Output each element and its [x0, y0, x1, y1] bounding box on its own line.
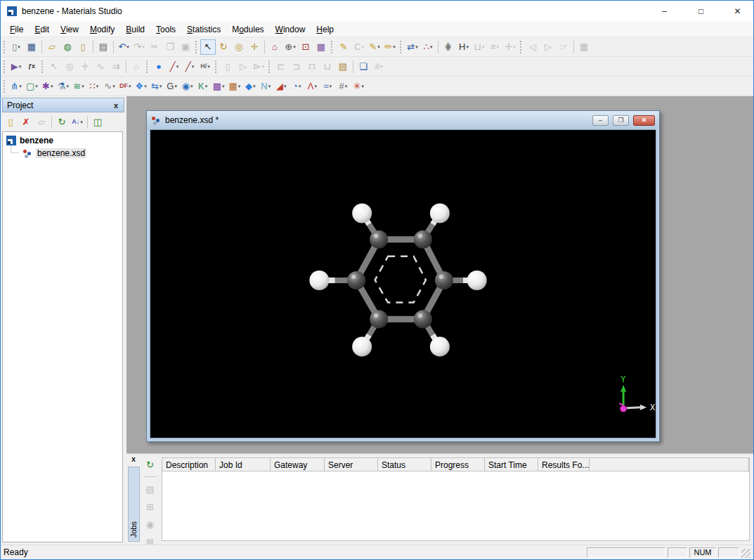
rebond-button[interactable]: ⋕ [441, 39, 456, 55]
menu-build[interactable]: Build [120, 22, 150, 37]
project-panel-close-button[interactable]: x [112, 101, 119, 110]
open-button[interactable]: ▱ [44, 39, 60, 55]
module-burst-dropdown-icon[interactable]: ▾ [361, 84, 364, 89]
toolbar-grip[interactable] [4, 60, 6, 73]
document-restore-button[interactable]: ❐ [613, 115, 629, 126]
module-cluster-dropdown-icon[interactable]: ▾ [51, 84, 53, 89]
module-grid-pencil-dropdown-icon[interactable]: ▾ [345, 84, 348, 89]
delete-item-button[interactable]: ✗ [18, 115, 34, 130]
module-g-button[interactable]: G▾ [164, 79, 180, 94]
module-dftb-dropdown-icon[interactable]: ▾ [129, 84, 131, 89]
module-gem-dropdown-icon[interactable]: ▾ [253, 84, 256, 89]
clean-structure-dropdown-icon[interactable]: ▾ [415, 44, 418, 50]
close-button[interactable]: ✕ [722, 1, 753, 22]
module-cross-arrows-dropdown-icon[interactable]: ▾ [160, 84, 162, 89]
document-title-bar[interactable]: benzene.xsd * – ❐ ✕ [147, 111, 659, 129]
clean-structure-button[interactable]: ⇄▾ [405, 39, 420, 55]
module-peaks-dropdown-icon[interactable]: ▾ [314, 84, 317, 89]
toolbar-grip[interactable] [400, 41, 402, 53]
module-measure-dropdown-icon[interactable]: ▾ [112, 84, 115, 89]
sketch-fragment-dropdown-icon[interactable]: ▾ [393, 44, 396, 50]
menu-window[interactable]: Window [270, 22, 311, 37]
module-gem-button[interactable]: ◆▾ [242, 79, 258, 94]
module-dftb-button[interactable]: DF▾ [117, 79, 134, 94]
module-spheres-button[interactable]: ∷▾ [86, 79, 102, 94]
module-dial-dropdown-icon[interactable]: ▾ [299, 84, 301, 89]
module-petals-dropdown-icon[interactable]: ▾ [144, 84, 147, 89]
debug-script-dropdown-icon[interactable]: ▾ [261, 64, 264, 70]
view-orientation-dropdown-icon[interactable]: ▾ [293, 44, 296, 50]
save-button[interactable]: ▦ [24, 39, 39, 55]
add-atoms-dropdown-icon[interactable]: ▾ [430, 44, 433, 50]
module-measure-button[interactable]: ∿▾ [102, 79, 117, 94]
home-view-button[interactable]: ⌂ [267, 39, 282, 55]
toolbar-grip[interactable] [4, 41, 6, 53]
tree-item[interactable]: benzene [3, 134, 122, 147]
module-chain-dropdown-icon[interactable]: ▾ [19, 84, 22, 89]
bond-tool-dropdown-icon[interactable]: ▾ [176, 64, 179, 70]
sort-items-button[interactable]: A↓▾ [70, 115, 85, 130]
module-swirl-button[interactable]: N▾ [258, 79, 273, 94]
module-k-button[interactable]: K▾ [195, 79, 211, 94]
sketch-ring-dropdown-icon[interactable]: ▾ [482, 44, 485, 50]
export-button[interactable]: ▯ [75, 39, 91, 55]
new-document-button[interactable]: ▯▾ [8, 39, 24, 55]
module-wedge-dropdown-icon[interactable]: ▾ [284, 84, 287, 89]
fit-view-button[interactable]: ⊡ [298, 39, 313, 55]
menu-modify[interactable]: Modify [84, 22, 120, 37]
import-button[interactable]: ◍ [60, 39, 75, 55]
document-close-button[interactable]: ✕ [633, 115, 655, 126]
module-wedge-button[interactable]: ◢▾ [273, 79, 289, 94]
maximize-button[interactable]: □ [685, 1, 717, 22]
column-header-progress[interactable]: Progress [431, 458, 485, 471]
sketch-atom-button[interactable]: ✎▾ [367, 39, 382, 55]
toolbar-grip[interactable] [331, 41, 333, 53]
undo-button[interactable]: ↶▾ [116, 39, 131, 55]
menu-file[interactable]: File [4, 22, 29, 37]
module-dial-button[interactable]: ◔▾ [289, 79, 304, 94]
add-atoms-button[interactable]: ∴▾ [420, 39, 436, 55]
module-k-dropdown-icon[interactable]: ▾ [205, 84, 208, 89]
bond-type-dropdown-icon[interactable]: ▾ [192, 64, 195, 70]
new-document-dropdown-icon[interactable]: ▾ [18, 44, 20, 50]
viewport-3d[interactable]: YX [150, 129, 656, 438]
module-spheres-dropdown-icon[interactable]: ▾ [96, 84, 99, 89]
module-g-dropdown-icon[interactable]: ▾ [174, 84, 177, 89]
jobs-panel-close-button[interactable]: x [131, 455, 136, 465]
menu-view[interactable]: View [55, 22, 84, 37]
sketch-tool-button[interactable]: ✎ [336, 39, 351, 55]
refresh-jobs-button[interactable]: ↻ [143, 457, 158, 472]
script-function-button[interactable]: ƒx [24, 59, 39, 74]
menu-statistics[interactable]: Statistics [181, 22, 226, 37]
display-style-button[interactable]: ▩ [313, 39, 329, 55]
column-header-description[interactable]: Description [162, 458, 216, 471]
menu-help[interactable]: Help [311, 22, 339, 37]
movement-dropdown-icon[interactable]: ▾ [513, 44, 516, 50]
refresh-project-button[interactable]: ↻ [54, 115, 70, 130]
animation-button[interactable]: ▶▾ [8, 59, 24, 74]
module-mosaic-dropdown-icon[interactable]: ▾ [238, 84, 241, 89]
module-flow-button[interactable]: ≈▾ [320, 79, 335, 94]
document-minimize-button[interactable]: – [592, 115, 609, 126]
bond-tool-button[interactable]: ╱▾ [167, 59, 182, 74]
align-dropdown-icon[interactable]: ▾ [497, 44, 500, 50]
animation-dropdown-icon[interactable]: ▾ [19, 64, 22, 70]
print-button[interactable]: ▤ [96, 39, 111, 55]
sketch-atom-dropdown-icon[interactable]: ▾ [377, 44, 380, 50]
adjust-hydrogen-dropdown-icon[interactable]: ▾ [466, 44, 469, 50]
module-cell-dropdown-icon[interactable]: ▾ [35, 84, 38, 89]
molecule-canvas[interactable]: YX [150, 130, 656, 438]
module-cross-arrows-button[interactable]: ⇆▾ [149, 79, 164, 94]
window-properties-button[interactable]: ▤ [335, 59, 351, 74]
module-flask-button[interactable]: ⚗▾ [56, 79, 71, 94]
module-mesh-dropdown-icon[interactable]: ▾ [222, 84, 225, 89]
module-flask-dropdown-icon[interactable]: ▾ [66, 84, 69, 89]
new-window-button[interactable]: ❏ [356, 59, 371, 74]
column-header-status[interactable]: Status [378, 458, 431, 471]
sketch-arc-dropdown-icon[interactable]: ▾ [361, 44, 364, 50]
toolbar-grip[interactable] [41, 60, 44, 73]
zoom-view-button[interactable]: ◎ [231, 39, 247, 55]
adjust-hydrogen-button[interactable]: H▾ [456, 39, 472, 55]
toolbar-grip[interactable] [268, 60, 271, 73]
view-orientation-button[interactable]: ⊕▾ [282, 39, 298, 55]
